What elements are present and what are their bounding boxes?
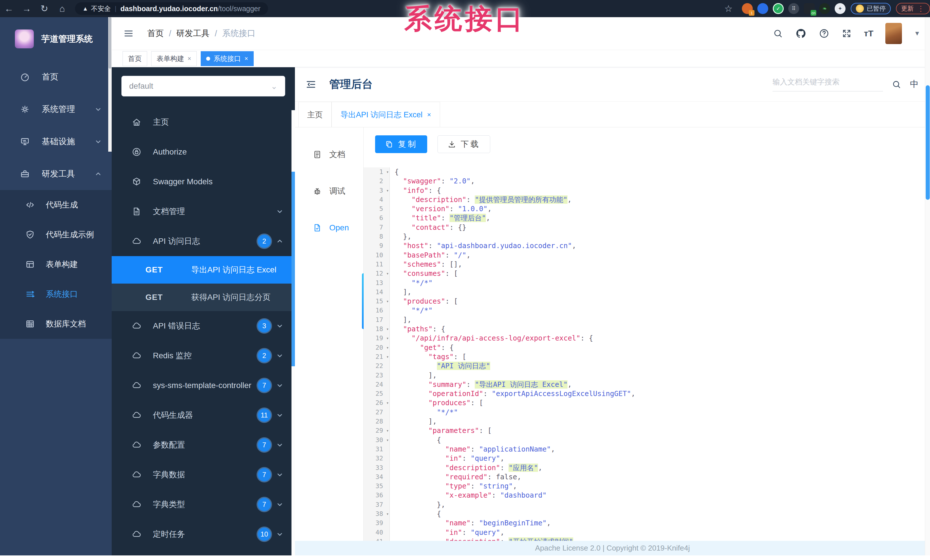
extension-icon-grid[interactable]: ⠿: [788, 3, 799, 14]
doc-title: 管理后台: [329, 77, 373, 92]
extension-icon-puzzle[interactable]: ✦: [835, 3, 845, 14]
breadcrumb-tools[interactable]: 研发工具: [176, 28, 209, 39]
swagger-item-15[interactable]: 定时任务日志4: [112, 549, 295, 555]
close-icon[interactable]: ×: [427, 111, 431, 119]
browser-reload-icon[interactable]: ↻: [35, 3, 53, 14]
doc-tab-1[interactable]: 导出API 访问日志 Excel×: [331, 102, 440, 127]
code-icon: [25, 200, 35, 210]
sidebar-item-3[interactable]: 研发工具: [0, 158, 112, 190]
fold-caret-icon[interactable]: ▾: [386, 398, 389, 408]
download-button[interactable]: 下载: [437, 135, 490, 153]
fullscreen-icon[interactable]: [842, 28, 852, 38]
fold-caret-icon[interactable]: ▾: [386, 186, 389, 195]
page-scrollbar[interactable]: [925, 17, 930, 555]
sidebar-item-0[interactable]: 首页: [0, 61, 112, 93]
chevron-down-icon: ⌄: [271, 81, 277, 91]
sidebar-item-1[interactable]: 系统管理: [0, 93, 112, 125]
swagger-scrollbar[interactable]: [291, 110, 295, 555]
swagger-item-11[interactable]: 参数配置7: [112, 430, 295, 460]
swagger-item-12[interactable]: 字典数据7: [112, 460, 295, 489]
help-icon[interactable]: [819, 28, 830, 39]
copy-button[interactable]: 复制: [375, 135, 427, 153]
swagger-item-0[interactable]: 主页: [112, 107, 295, 137]
logo-image: [15, 29, 34, 48]
doc-side-tab-0[interactable]: 文档: [295, 139, 363, 170]
fold-caret-icon[interactable]: ▾: [386, 324, 389, 334]
swagger-item-10[interactable]: 代码生成器11: [112, 400, 295, 430]
page-tag-1[interactable]: 表单构建×: [151, 51, 197, 66]
db-table-icon: [25, 319, 35, 329]
browser-home-icon[interactable]: ⌂: [53, 3, 71, 14]
sidebar-subitem-4[interactable]: 数据库文档: [0, 309, 112, 339]
doc-tab-0[interactable]: 主页: [298, 102, 331, 127]
hamburger-icon[interactable]: [123, 28, 134, 39]
close-icon[interactable]: ×: [245, 55, 248, 62]
close-icon[interactable]: ×: [188, 55, 191, 62]
swagger-item-4[interactable]: API 访问日志2: [112, 226, 295, 256]
breadcrumb-home[interactable]: 首页: [147, 28, 164, 39]
swagger-json-editor[interactable]: 1▾{2 "swagger": "2.0",3▾ "info": {4 "des…: [363, 167, 921, 541]
sidebar-subitem-2[interactable]: 表单构建: [0, 250, 112, 279]
cube-icon: [132, 177, 142, 187]
sidebar-item-2[interactable]: 基础设施: [0, 125, 112, 158]
swagger-item-13[interactable]: 字典类型7: [112, 489, 295, 519]
page-tag-2[interactable]: 系统接口×: [201, 51, 254, 66]
app-logo[interactable]: 芋道管理系统: [0, 17, 112, 61]
sidebar-subitem-3[interactable]: 系统接口: [0, 279, 112, 309]
update-button[interactable]: 更新 ⋮: [896, 3, 930, 14]
code-line-21: 21▾ "tags": [: [363, 352, 921, 361]
font-size-icon[interactable]: ᴛT: [864, 29, 873, 38]
fold-caret-icon[interactable]: ▾: [386, 167, 389, 176]
api-group-select[interactable]: default ⌄: [122, 76, 285, 97]
user-menu-caret-icon[interactable]: ▼: [914, 30, 920, 37]
swagger-item-9[interactable]: sys-sms-template-controller7: [112, 371, 295, 400]
fold-caret-icon[interactable]: ▾: [386, 426, 389, 435]
swagger-item-8[interactable]: Redis 监控2: [112, 341, 295, 371]
browser-menu-icon[interactable]: ⋮: [917, 4, 925, 13]
sidebar-subitem-0[interactable]: 代码生成: [0, 190, 112, 220]
swagger-item-7[interactable]: API 错误日志3: [112, 311, 295, 341]
api-endpoint-6[interactable]: GET获得API 访问日志分页: [112, 284, 295, 311]
line-number: 23: [363, 371, 390, 380]
api-list-icon: [25, 289, 35, 299]
fold-caret-icon[interactable]: ▾: [386, 436, 389, 445]
swagger-item-3[interactable]: 文档管理: [112, 196, 295, 226]
collapse-sidebar-icon[interactable]: [305, 79, 317, 90]
api-endpoint-5[interactable]: GET导出API 访问日志 Excel: [112, 256, 295, 284]
github-icon[interactable]: [795, 28, 807, 39]
doc-search-icon[interactable]: [892, 80, 901, 89]
gear-icon: [20, 104, 30, 114]
line-number: 39: [363, 519, 390, 528]
swagger-item-2[interactable]: Swagger Models: [112, 167, 295, 196]
swagger-item-1[interactable]: Authorize: [112, 137, 295, 167]
browser-back-icon[interactable]: ←: [0, 3, 18, 14]
search-icon[interactable]: [773, 28, 783, 38]
browser-forward-icon[interactable]: →: [18, 3, 35, 14]
extension-icon-translate[interactable]: cn: [804, 3, 815, 14]
doc-side-tab-1[interactable]: 调试: [295, 175, 363, 207]
language-toggle[interactable]: 中: [910, 78, 919, 90]
fold-caret-icon[interactable]: ▾: [386, 297, 389, 306]
page-tag-0[interactable]: 首页: [123, 51, 147, 66]
swagger-item-14[interactable]: 定时任务10: [112, 519, 295, 549]
doc-side-tab-2[interactable]: Open: [295, 212, 363, 244]
bookmark-star-icon[interactable]: ☆: [719, 3, 737, 14]
sidebar-scrollbar[interactable]: [108, 17, 112, 152]
extension-icon-orange[interactable]: 1: [742, 3, 753, 14]
fold-caret-icon[interactable]: ▾: [386, 334, 389, 343]
extension-icon-blue-drop[interactable]: [758, 3, 768, 14]
extension-icon-leaf[interactable]: ❧: [819, 3, 830, 14]
fold-caret-icon[interactable]: ▾: [386, 352, 389, 361]
doc-search-input[interactable]: 输入文档关键字搜索: [773, 77, 883, 92]
sidebar-subitem-1[interactable]: 代码生成示例: [0, 220, 112, 250]
extension-icon-green-check[interactable]: ✓: [773, 3, 784, 14]
address-bar[interactable]: ▲ 不安全 | dashboard.yudao.iocoder.cn /tool…: [75, 2, 268, 15]
paused-extension-pill[interactable]: 已暂停: [851, 3, 891, 14]
fold-caret-icon[interactable]: ▾: [386, 509, 389, 519]
line-number: 12▾: [363, 269, 390, 278]
fold-caret-icon[interactable]: ▾: [386, 343, 389, 352]
user-avatar[interactable]: [885, 23, 902, 44]
cloud-icon: [132, 351, 142, 361]
breadcrumb-separator: /: [169, 29, 171, 38]
fold-caret-icon[interactable]: ▾: [386, 269, 389, 278]
